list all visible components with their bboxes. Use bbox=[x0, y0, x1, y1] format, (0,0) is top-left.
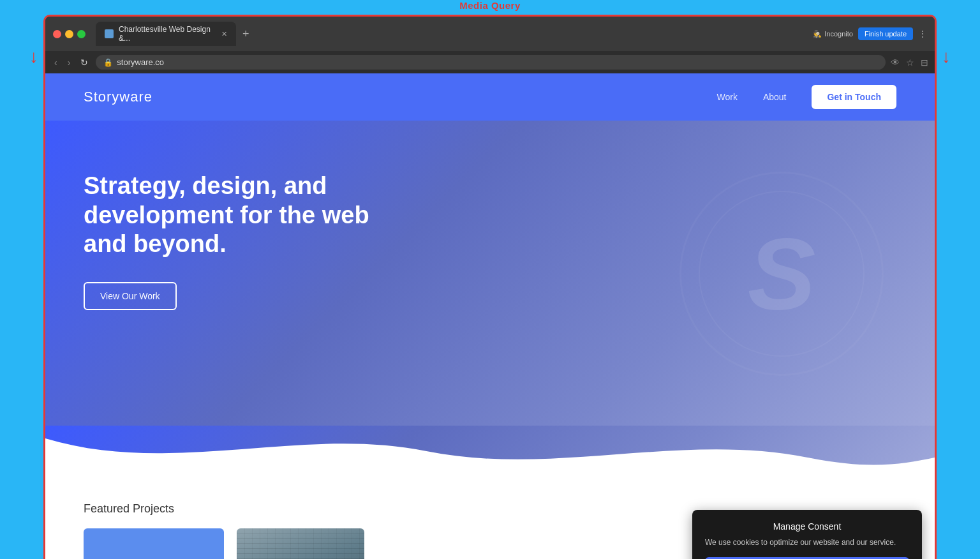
close-dot[interactable] bbox=[53, 30, 61, 38]
cookie-description: We use cookies to optimize our website a… bbox=[705, 537, 909, 548]
maximize-dot[interactable] bbox=[77, 30, 85, 38]
site-nav: Storyware Work About Get in Touch bbox=[45, 73, 935, 121]
site-logo[interactable]: Storyware bbox=[84, 89, 152, 105]
finish-update-button[interactable]: Finish update bbox=[858, 27, 913, 40]
browser-chrome: Charlottesville Web Design &... ✕ + 🕵 In… bbox=[45, 17, 935, 73]
hero-cta-button[interactable]: View Our Work bbox=[84, 282, 177, 310]
hero-bg-logo: S bbox=[679, 172, 884, 376]
tab-title: Charlottesville Web Design &... bbox=[119, 25, 214, 43]
forward-button[interactable]: › bbox=[65, 56, 73, 69]
new-tab-button[interactable]: + bbox=[239, 27, 253, 41]
incognito-label: Incognito bbox=[824, 30, 853, 38]
lock-icon: 🔒 bbox=[103, 58, 113, 67]
address-bar[interactable]: 🔒 storyware.co bbox=[96, 55, 886, 70]
project-card-photo[interactable] bbox=[237, 528, 364, 559]
star-icon[interactable]: ☆ bbox=[906, 57, 914, 68]
cookie-title: Manage Consent bbox=[705, 521, 909, 532]
address-url: storyware.co bbox=[117, 57, 164, 67]
back-button[interactable]: ‹ bbox=[52, 56, 60, 69]
incognito-badge: 🕵 Incognito bbox=[813, 30, 853, 38]
active-tab[interactable]: Charlottesville Web Design &... ✕ bbox=[96, 22, 236, 46]
media-query-label: Media Query bbox=[459, 0, 521, 11]
arrow-left-icon: ↓ bbox=[29, 47, 38, 67]
tab-close-icon[interactable]: ✕ bbox=[221, 30, 227, 38]
more-options-icon[interactable]: ⋮ bbox=[918, 29, 927, 39]
website-content: Storyware Work About Get in Touch S Stra… bbox=[45, 73, 935, 559]
nav-work-link[interactable]: Work bbox=[716, 92, 737, 102]
site-nav-links: Work About Get in Touch bbox=[716, 85, 896, 109]
tab-favicon bbox=[105, 29, 114, 38]
tab-bar: Charlottesville Web Design &... ✕ + bbox=[96, 22, 253, 46]
hero-bg-logo-inner: S bbox=[699, 191, 865, 357]
wave-divider bbox=[45, 426, 935, 477]
browser-titlebar: Charlottesville Web Design &... ✕ + 🕵 In… bbox=[45, 17, 935, 51]
nav-cta-button[interactable]: Get in Touch bbox=[812, 85, 896, 109]
titlebar-right: 🕵 Incognito Finish update ⋮ bbox=[813, 27, 927, 40]
window-controls bbox=[53, 30, 85, 38]
hero-headline: Strategy, design, and development for th… bbox=[84, 172, 403, 259]
hero-bg-s: S bbox=[748, 223, 816, 325]
eye-icon[interactable]: 👁 bbox=[891, 57, 900, 68]
minimize-dot[interactable] bbox=[65, 30, 73, 38]
hero-section: S Strategy, design, and development for … bbox=[45, 121, 935, 427]
sidebar-icon[interactable]: ⊟ bbox=[921, 57, 928, 68]
refresh-button[interactable]: ↻ bbox=[78, 56, 91, 69]
hero-text: Strategy, design, and development for th… bbox=[84, 172, 403, 310]
browser-navbar: ‹ › ↻ 🔒 storyware.co 👁 ☆ ⊟ bbox=[45, 51, 935, 73]
arrow-right-icon: ↓ bbox=[942, 47, 951, 67]
project-card-ignite[interactable]: IGNITE bbox=[84, 528, 224, 559]
browser-frame: Charlottesville Web Design &... ✕ + 🕵 In… bbox=[43, 15, 937, 559]
nav-about-link[interactable]: About bbox=[763, 92, 787, 102]
cookie-consent: Manage Consent We use cookies to optimiz… bbox=[692, 510, 922, 559]
navbar-right: 👁 ☆ ⊟ bbox=[891, 57, 928, 68]
project-photo-bg bbox=[237, 528, 364, 559]
incognito-icon: 🕵 bbox=[813, 30, 822, 38]
